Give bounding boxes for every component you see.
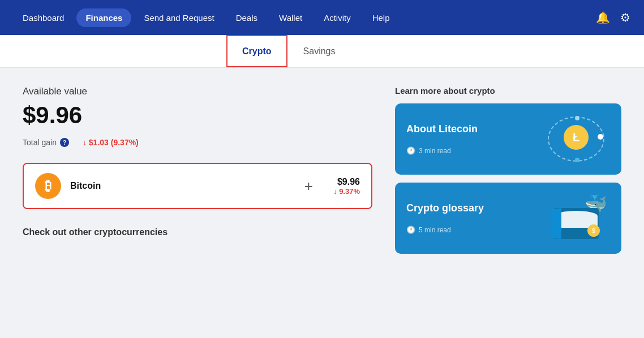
book-illustration: 🐳 $ <box>548 193 610 244</box>
left-panel: Available value $9.96 Total gain ? ↓ $1.… <box>23 86 372 262</box>
nav-actions: 🔔 ⚙ <box>596 11 630 24</box>
bitcoin-name: Bitcoin <box>70 181 284 191</box>
bell-icon[interactable]: 🔔 <box>596 11 610 24</box>
nav-item-help[interactable]: Help <box>363 8 399 27</box>
ltc-dot3 <box>598 134 603 140</box>
learn-title: Learn more about crypto <box>395 86 621 96</box>
nav-item-send-request[interactable]: Send and Request <box>135 8 223 27</box>
crypto-glossary-time: 🕐 5 min read <box>406 226 484 234</box>
add-bitcoin-button[interactable]: + <box>304 177 313 195</box>
clock-icon-2: 🕐 <box>406 226 415 234</box>
about-litecoin-title: About Litecoin <box>406 123 478 135</box>
book-cover-left <box>551 208 561 239</box>
ltc-dot2 <box>575 158 579 162</box>
nav-item-deals[interactable]: Deals <box>227 8 267 27</box>
litecoin-illustration: Ł <box>548 114 610 164</box>
bitcoin-card[interactable]: ₿ Bitcoin + $9.96 ↓ 9.37% <box>23 163 372 209</box>
gain-label-text: Total gain <box>23 138 57 147</box>
about-litecoin-text: About Litecoin 🕐 3 min read <box>406 123 478 155</box>
tab-savings[interactable]: Savings <box>287 35 351 67</box>
info-icon[interactable]: ? <box>60 138 69 147</box>
clock-icon: 🕐 <box>406 146 415 155</box>
tabs-bar: Crypto Savings <box>0 35 644 68</box>
available-label: Available value <box>23 86 372 97</box>
navbar: Dashboard Finances Send and Request Deal… <box>0 0 644 35</box>
nav-item-dashboard[interactable]: Dashboard <box>14 8 73 27</box>
nav-item-finances[interactable]: Finances <box>76 8 131 27</box>
about-litecoin-time: 🕐 3 min read <box>406 146 478 155</box>
available-value: $9.96 <box>23 102 372 129</box>
about-litecoin-card[interactable]: About Litecoin 🕐 3 min read Ł <box>395 103 621 175</box>
crypto-glossary-text: Crypto glossary 🕐 5 min read <box>406 202 484 234</box>
gear-icon[interactable]: ⚙ <box>620 11 630 24</box>
nav-item-wallet[interactable]: Wallet <box>270 8 311 27</box>
crypto-glossary-card[interactable]: Crypto glossary 🕐 5 min read 🐳 $ <box>395 183 621 254</box>
bitcoin-usd: $9.96 <box>333 177 360 187</box>
nav-item-activity[interactable]: Activity <box>315 8 360 27</box>
book-coin: $ <box>587 224 600 237</box>
gain-label: Total gain ? <box>23 138 69 147</box>
gain-value: ↓ $1.03 (9.37%) <box>83 138 139 147</box>
crypto-glossary-duration: 5 min read <box>419 226 451 234</box>
gain-row: Total gain ? ↓ $1.03 (9.37%) <box>23 138 372 147</box>
right-panel: Learn more about crypto About Litecoin 🕐… <box>395 86 621 262</box>
ltc-dot1 <box>575 116 579 120</box>
bitcoin-values: $9.96 ↓ 9.37% <box>333 177 360 196</box>
nav-links: Dashboard Finances Send and Request Deal… <box>14 8 399 27</box>
tab-crypto[interactable]: Crypto <box>226 35 287 67</box>
main-content: Available value $9.96 Total gain ? ↓ $1.… <box>0 68 644 262</box>
about-litecoin-duration: 3 min read <box>419 147 451 155</box>
ltc-coin: Ł <box>564 125 589 150</box>
check-out-label: Check out other cryptocurrencies <box>23 227 372 237</box>
bitcoin-icon: ₿ <box>35 173 61 199</box>
bitcoin-pct: ↓ 9.37% <box>333 187 360 196</box>
crypto-glossary-title: Crypto glossary <box>406 202 484 214</box>
